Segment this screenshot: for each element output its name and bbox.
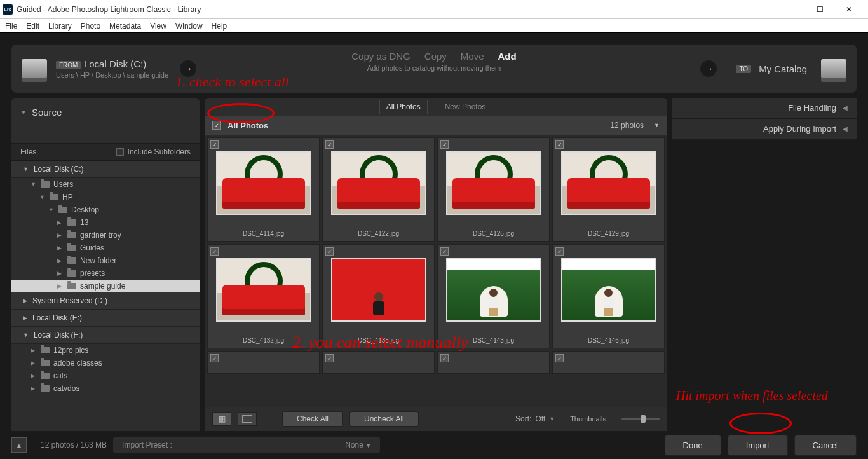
maximize-button[interactable]: ☐: [811, 3, 829, 16]
folder-row[interactable]: ▶13: [11, 216, 200, 229]
to-title: My Catalog: [759, 64, 807, 74]
drive-row[interactable]: ▶System Reserved (D:): [11, 292, 200, 310]
folder-row[interactable]: ▶presets: [11, 267, 200, 280]
thumb-filename: DSC_4143.jpg: [473, 337, 514, 344]
mode-copy[interactable]: Copy: [424, 51, 447, 62]
check-all-button[interactable]: Check All: [282, 411, 343, 427]
thumbnail-cell[interactable]: ✓DSC_4132.jpg: [207, 244, 320, 348]
from-path: Users \ HP \ Desktop \ sample guide: [56, 71, 168, 79]
folder-row[interactable]: ▶12pro pics: [11, 344, 200, 357]
thumb-checkbox[interactable]: ✓: [325, 354, 334, 362]
thumbnail-cell[interactable]: ✓DSC_4146.jpg: [552, 244, 665, 348]
menu-window[interactable]: Window: [175, 22, 203, 31]
thumbnails-label: Thumbnails: [570, 415, 606, 423]
thumb-checkbox[interactable]: ✓: [210, 140, 219, 149]
thumb-checkbox[interactable]: ✓: [325, 140, 334, 149]
tab-all-photos[interactable]: All Photos: [379, 100, 428, 114]
import-preset-bar[interactable]: Import Preset : None ▼: [113, 437, 380, 453]
thumbnail-cell[interactable]: ✓DSC_4114.jpg: [207, 137, 320, 242]
thumb-filename: DSC_4138.jpg: [358, 337, 399, 344]
loupe-view-button[interactable]: [238, 412, 257, 426]
drive-row[interactable]: ▼Local Disk (F:): [11, 327, 200, 344]
drive-row[interactable]: ▶Local Disk (E:): [11, 310, 200, 327]
footer-info: 12 photos / 163 MB: [41, 441, 107, 449]
menu-view[interactable]: View: [150, 22, 166, 31]
menu-file[interactable]: File: [5, 22, 17, 31]
dest-drive-icon: [821, 59, 846, 78]
folder-row[interactable]: ▶adobe classes: [11, 357, 200, 369]
drive-row[interactable]: ▼Local Disk (C:): [11, 161, 200, 178]
right-panel-apply-during-import[interactable]: Apply During Import◀: [672, 119, 857, 139]
grid-view-button[interactable]: ▦: [212, 412, 231, 426]
right-panel-file-handling[interactable]: File Handling◀: [672, 98, 857, 118]
mode-move[interactable]: Move: [461, 51, 484, 62]
window-title: Guided - Adobe Photoshop Lightroom Class…: [17, 5, 782, 14]
thumb-checkbox[interactable]: ✓: [440, 140, 449, 149]
import-top-row: FROM Local Disk (C:) ÷ Users \ HP \ Desk…: [11, 45, 857, 93]
menu-help[interactable]: Help: [212, 22, 227, 31]
filmstrip-toggle[interactable]: ▲: [11, 437, 27, 453]
folder-row[interactable]: ▼Users: [11, 178, 200, 191]
folder-row[interactable]: ▼Desktop: [11, 203, 200, 216]
thumb-checkbox[interactable]: ✓: [210, 354, 219, 362]
to-arrow-icon[interactable]: →: [700, 60, 717, 77]
menu-library[interactable]: Library: [48, 22, 72, 31]
files-label: Files: [20, 147, 36, 156]
preset-label: Import Preset :: [122, 441, 172, 449]
thumb-checkbox[interactable]: ✓: [325, 247, 334, 256]
menu-metadata[interactable]: Metadata: [109, 22, 141, 31]
import-modes: Copy as DNGCopyMoveAdd Add photos to cat…: [351, 51, 516, 72]
folder-row[interactable]: ▶gardner troy: [11, 229, 200, 242]
thumbnail-cell[interactable]: ✓DSC_4122.jpg: [322, 137, 435, 242]
from-title[interactable]: Local Disk (C:): [84, 58, 149, 69]
thumb-checkbox[interactable]: ✓: [440, 354, 449, 362]
thumb-checkbox[interactable]: ✓: [440, 247, 449, 256]
mode-copy-as-dng[interactable]: Copy as DNG: [351, 51, 410, 62]
close-button[interactable]: ✕: [840, 3, 858, 16]
thumbnail-size-slider[interactable]: [621, 418, 660, 420]
thumb-checkbox[interactable]: ✓: [555, 354, 564, 362]
thumbnail-cell[interactable]: ✓DSC_4126.jpg: [437, 137, 550, 242]
include-subfolders-toggle[interactable]: Include Subfolders: [116, 147, 191, 156]
minimize-button[interactable]: —: [782, 3, 799, 16]
thumb-checkbox[interactable]: ✓: [210, 247, 219, 256]
done-button[interactable]: Done: [665, 435, 721, 456]
sort-value[interactable]: Off: [535, 414, 545, 423]
menu-bar: FileEditLibraryPhotoMetadataViewWindowHe…: [0, 19, 868, 33]
thumbnail-cell[interactable]: ✓: [207, 351, 320, 374]
sort-dropdown-icon[interactable]: ▼: [654, 122, 660, 128]
uncheck-all-button[interactable]: Uncheck All: [349, 411, 419, 427]
tab-new-photos[interactable]: New Photos: [438, 100, 493, 114]
mode-add[interactable]: Add: [498, 51, 517, 62]
source-drive-icon: [22, 59, 47, 78]
thumbnail-cell[interactable]: ✓DSC_4143.jpg: [437, 244, 550, 348]
thumb-filename: DSC_4114.jpg: [243, 230, 284, 237]
from-arrow-icon[interactable]: →: [180, 60, 196, 77]
folder-row[interactable]: ▶Guides: [11, 242, 200, 254]
thumbnail-cell[interactable]: ✓: [437, 351, 550, 374]
chevron-down-icon[interactable]: ▼: [549, 416, 555, 422]
folder-row[interactable]: ▶sample guide: [11, 280, 200, 292]
folder-row[interactable]: ▼HP: [11, 191, 200, 203]
select-all-checkbox[interactable]: ✓: [212, 121, 221, 130]
title-bar: Lrc Guided - Adobe Photoshop Lightroom C…: [0, 0, 868, 19]
folder-row[interactable]: ▶New folder: [11, 254, 200, 267]
grid-header: ✓ All Photos 12 photos ▼: [205, 116, 667, 135]
collapse-icon[interactable]: ▼: [20, 109, 27, 116]
menu-photo[interactable]: Photo: [81, 22, 100, 31]
thumbnail-cell[interactable]: ✓DSC_4138.jpg: [322, 244, 435, 348]
cancel-button[interactable]: Cancel: [794, 435, 857, 456]
thumbnail-cell[interactable]: ✓: [322, 351, 435, 374]
folder-row[interactable]: ▶catvdos: [11, 382, 200, 395]
thumb-checkbox[interactable]: ✓: [555, 140, 564, 149]
thumbnail-cell[interactable]: ✓: [552, 351, 665, 374]
thumbnail-cell[interactable]: ✓DSC_4129.jpg: [552, 137, 665, 242]
folder-row[interactable]: ▶cats: [11, 369, 200, 382]
thumb-checkbox[interactable]: ✓: [555, 247, 564, 256]
menu-edit[interactable]: Edit: [26, 22, 39, 31]
chevron-down-icon[interactable]: ▼: [365, 442, 371, 449]
source-panel: ▼Source Files Include Subfolders ▼Local …: [11, 98, 200, 431]
import-button[interactable]: Import: [728, 435, 788, 456]
photo-count: 12 photos: [610, 121, 644, 130]
thumb-filename: DSC_4146.jpg: [588, 337, 629, 344]
